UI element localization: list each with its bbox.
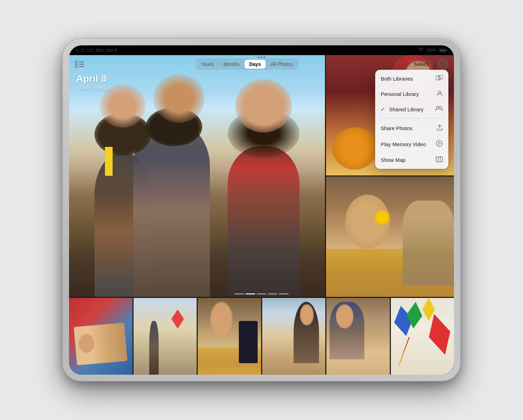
- menu-item-shared-library[interactable]: ✓ Shared Library: [375, 102, 448, 117]
- bottom-photo-1[interactable]: [69, 298, 132, 375]
- battery-icon-container: [439, 48, 447, 52]
- tab-years[interactable]: Years: [197, 60, 219, 69]
- play-memory-icon: [436, 140, 443, 148]
- device-screen: 9:41 AM Mon Jun 6 100%: [69, 45, 454, 375]
- scroll-indicator: [234, 293, 289, 294]
- date-subtitle: Lisbon, Portugal: [76, 85, 111, 91]
- bottom-photo-2[interactable]: [134, 298, 197, 375]
- battery-fill: [440, 49, 446, 52]
- menu-item-share-photos[interactable]: Share Photos: [375, 120, 448, 136]
- menu-item-play-memory-video[interactable]: Play Memory Video: [375, 136, 448, 152]
- bottom-photo-3[interactable]: [198, 298, 261, 375]
- svg-rect-1: [79, 61, 84, 62]
- svg-rect-6: [436, 76, 440, 80]
- svg-rect-2: [79, 64, 84, 65]
- ipad-device: 9:41 AM Mon Jun 6 100%: [63, 39, 460, 381]
- nav-left: [75, 60, 85, 68]
- battery-percent: 100%: [426, 48, 437, 53]
- library-switcher-button[interactable]: [437, 58, 448, 70]
- bottom-row: [69, 298, 454, 375]
- status-date: Mon Jun 6: [96, 48, 116, 53]
- select-button[interactable]: Select: [409, 59, 433, 69]
- svg-rect-0: [75, 60, 78, 68]
- date-header: April 8 Lisbon, Portugal: [76, 73, 111, 91]
- view-tabs: Years Months Days All Photos: [196, 59, 299, 70]
- both-libraries-icon: [436, 75, 443, 82]
- svg-rect-3: [79, 66, 84, 67]
- scroll-dot-5: [279, 293, 289, 294]
- status-time: 9:41 AM: [76, 48, 93, 53]
- scroll-dot-4: [268, 293, 278, 294]
- dropdown-menu: Both Libraries Personal Library: [375, 70, 448, 169]
- sidebar-toggle-button[interactable]: [75, 60, 85, 68]
- svg-point-11: [437, 141, 442, 147]
- scroll-dot-1: [234, 293, 244, 294]
- status-bar: 9:41 AM Mon Jun 6 100%: [69, 45, 454, 55]
- bottom-photo-4[interactable]: [262, 298, 326, 375]
- bottom-photo-5[interactable]: [326, 298, 390, 375]
- menu-item-personal-library[interactable]: Personal Library: [375, 86, 448, 102]
- battery-icon: [439, 48, 447, 52]
- checkmark-icon: ✓: [381, 106, 386, 112]
- svg-point-5: [442, 62, 445, 65]
- wifi-icon: [418, 48, 424, 53]
- share-icon: [437, 124, 443, 132]
- menu-actions-section: Share Photos Play Memory Video: [375, 119, 448, 169]
- tab-months[interactable]: Months: [219, 60, 244, 69]
- menu-item-show-map[interactable]: Show Map: [375, 152, 448, 167]
- scroll-dot-3: [257, 293, 266, 294]
- personal-library-icon: [437, 90, 443, 98]
- tab-all-photos[interactable]: All Photos: [266, 60, 297, 69]
- tab-days[interactable]: Days: [244, 60, 266, 69]
- map-icon: [436, 156, 443, 164]
- shared-library-icon: [435, 105, 443, 113]
- bottom-photo-6[interactable]: [391, 298, 454, 375]
- main-photo[interactable]: [69, 55, 325, 297]
- menu-item-both-libraries[interactable]: Both Libraries: [375, 71, 448, 86]
- nav-right: Select: [409, 58, 448, 70]
- bottom-right-photo[interactable]: [326, 177, 454, 297]
- svg-rect-7: [439, 75, 443, 79]
- menu-libraries-section: Both Libraries Personal Library: [375, 70, 448, 118]
- date-title: April 8: [76, 73, 111, 84]
- scroll-dot-2: [245, 293, 255, 294]
